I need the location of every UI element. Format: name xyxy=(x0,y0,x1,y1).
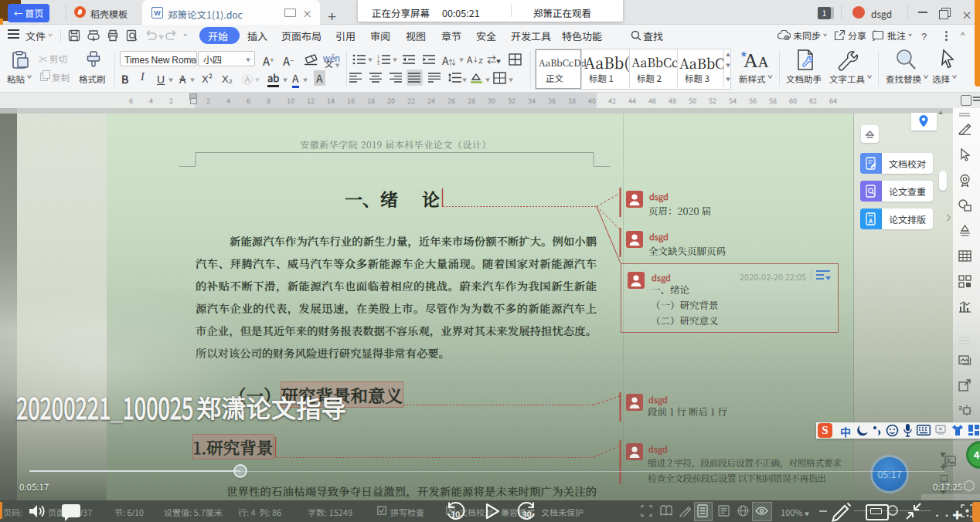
svg-text:A: A xyxy=(868,216,873,225)
svg-text:10: 10 xyxy=(451,508,461,520)
svg-text:a: a xyxy=(958,403,962,412)
svg-text:30: 30 xyxy=(522,508,532,520)
